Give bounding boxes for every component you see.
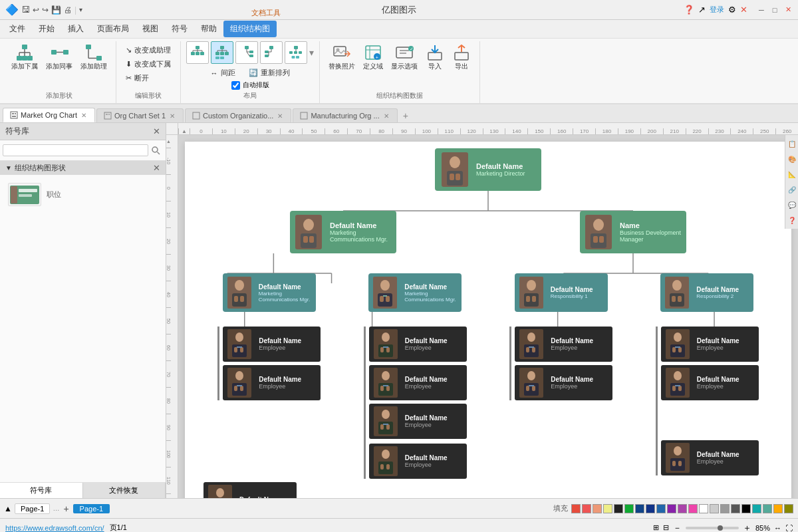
node-emp-1-2[interactable]: Default Name Employee (223, 365, 321, 400)
node-emp-partial[interactable]: Default Name (203, 482, 297, 498)
add-tab-btn[interactable]: + (399, 109, 412, 122)
node-l2-3[interactable]: Default Name Responsibility 1 (515, 273, 608, 312)
right-panel-btn-5[interactable]: 💬 (786, 199, 798, 211)
color-swatch-red[interactable] (571, 504, 581, 513)
sidebar-close-btn[interactable]: ✕ (153, 126, 160, 136)
zoom-slider[interactable] (686, 527, 739, 529)
fullscreen-btn[interactable]: ⛶ (785, 524, 793, 532)
color-swatch-black2[interactable] (741, 504, 751, 513)
sidebar-search-input[interactable] (3, 144, 148, 156)
settings-icon[interactable]: ⚙ (728, 5, 736, 15)
rearrange-btn[interactable]: 🔄 重新排列 (245, 66, 294, 79)
color-swatch-black1[interactable] (614, 504, 623, 513)
view-fit-btn[interactable]: ⊟ (663, 523, 669, 532)
menu-start[interactable]: 开始 (32, 21, 61, 37)
import-btn[interactable]: 导入 (422, 41, 448, 73)
layout-icon-3[interactable] (235, 41, 258, 64)
export-btn[interactable]: 导出 (449, 41, 474, 73)
spacing-btn[interactable]: ↔ 间距 (207, 66, 239, 79)
menu-file[interactable]: 文件 (3, 21, 32, 37)
add-assistant-btn[interactable]: 添加助理 (77, 41, 110, 73)
sidebar-section-close[interactable]: ✕ (153, 163, 160, 173)
win-min[interactable]: ─ (757, 5, 766, 15)
layout-icon-2[interactable] (211, 41, 233, 64)
tab-market-close[interactable]: ✕ (80, 112, 88, 119)
save-btn[interactable]: 💾 (51, 5, 61, 15)
login-btn[interactable]: 登录 (710, 5, 724, 15)
right-panel-btn-4[interactable]: 🔗 (786, 184, 798, 196)
tab-orgset1-close[interactable]: ✕ (168, 112, 176, 120)
color-swatch-yellow-red[interactable] (603, 504, 612, 513)
color-swatch-purple[interactable] (667, 504, 676, 513)
display-options-btn[interactable]: ✓ 显示选项 (388, 41, 421, 73)
color-swatch-green[interactable] (763, 504, 772, 513)
layout-icon-5[interactable] (285, 41, 307, 64)
layout-icon-4[interactable] (260, 41, 283, 64)
right-panel-btn-2[interactable]: 🎨 (786, 153, 798, 165)
sidebar-tab-symbols[interactable]: 符号库 (0, 483, 83, 498)
node-emp-2-2[interactable]: Default Name Employee (369, 365, 467, 400)
color-swatch-olive[interactable] (784, 504, 793, 513)
tab-orgset1[interactable]: Org Chart Set 1 ✕ (96, 108, 184, 122)
sidebar-tab-recovery[interactable]: 文件恢复 (83, 483, 166, 498)
layout-icon-1[interactable] (186, 41, 209, 64)
color-swatch-white[interactable] (699, 504, 708, 513)
add-subordinate-btn[interactable]: 添加下属 (8, 41, 41, 73)
disconnect-btn[interactable]: ✂ 断开 (122, 72, 175, 84)
close-x-icon[interactable]: ✕ (740, 5, 747, 15)
help-icon[interactable]: ❓ (684, 5, 694, 15)
color-swatch-orange[interactable] (593, 504, 602, 513)
define-field-btn[interactable]: + 定义域 (360, 41, 386, 73)
menu-insert[interactable]: 插入 (61, 21, 90, 37)
color-swatch-blue[interactable] (656, 504, 666, 513)
menu-layout[interactable]: 页面布局 (90, 21, 136, 37)
node-emp-2-3[interactable]: Default Name Employee (369, 404, 467, 439)
sidebar-section-orgchart[interactable]: ▼ 组织结构图形状 ✕ (0, 161, 166, 175)
win-max[interactable]: □ (770, 5, 779, 15)
current-page-tab[interactable]: Page-1 (73, 504, 110, 513)
canvas-area[interactable]: ▲ 0 10 20 30 40 50 60 70 80 90 100 110 1… (166, 123, 798, 498)
canvas[interactable]: Default Name Marketing Director (185, 142, 791, 498)
quick-access-more[interactable]: ▾ (79, 6, 82, 13)
win-close[interactable]: ✕ (783, 5, 793, 15)
color-swatch-violet[interactable] (678, 504, 687, 513)
change-to-subordinate-btn[interactable]: ⬇ 改变成下属 (122, 58, 175, 70)
color-swatch-mgray[interactable] (720, 504, 730, 513)
tab-manufacturing-close[interactable]: ✕ (382, 112, 390, 120)
color-swatch-dgray[interactable] (731, 504, 740, 513)
statusbar-url[interactable]: https://www.edrawsoft.com/cn/ (5, 524, 104, 532)
node-l2-4[interactable]: Default Name Responsibility 2 (660, 273, 753, 312)
page-prev-btn[interactable]: ▲ (4, 504, 12, 513)
node-emp-4-3[interactable]: Default Name Employee (661, 440, 759, 475)
add-colleague-btn[interactable]: 添加同事 (43, 41, 76, 73)
tab-custom-org[interactable]: Custom Organizatio... ✕ (185, 108, 291, 122)
tab-manufacturing[interactable]: Manufacturing Org ... ✕ (293, 108, 397, 122)
redo-btn[interactable]: ↪ (42, 5, 49, 15)
right-panel-btn-3[interactable]: 📐 (786, 168, 798, 180)
node-emp-4-2[interactable]: Default Name Employee (661, 365, 759, 400)
color-swatch-pink[interactable] (688, 504, 698, 513)
replace-photo-btn[interactable]: 替换照片 (325, 41, 358, 73)
node-emp-3-2[interactable]: Default Name Employee (515, 365, 612, 400)
share-icon[interactable]: ↗ (698, 5, 706, 15)
node-bizdev-mgr[interactable]: Name Business DevelopmentManager (580, 211, 686, 253)
node-emp-3-1[interactable]: Default Name Employee (515, 327, 612, 362)
tab-market-org[interactable]: Market Org Chart ✕ (3, 108, 95, 122)
node-emp-4-1[interactable]: Default Name Employee (661, 327, 759, 362)
page-name-tab[interactable]: Page-1 (15, 503, 50, 514)
right-panel-btn-6[interactable]: ❓ (786, 214, 798, 226)
node-l2-1[interactable]: Default Name MarketingCommunications Mgr… (223, 273, 316, 312)
node-l2-2[interactable]: Default Name MarketingCommunications Mgr… (368, 273, 462, 312)
zoom-in-btn[interactable]: ＋ (743, 522, 751, 533)
tab-custom-close[interactable]: ✕ (276, 112, 284, 120)
color-swatch-dark1[interactable] (624, 504, 634, 513)
undo-btn[interactable]: ↩ (33, 5, 39, 15)
node-marketing-comms-mgr[interactable]: Default Name MarketingCommunications Mgr… (290, 211, 396, 253)
node-emp-1-1[interactable]: Default Name Employee (223, 327, 321, 362)
color-swatch-lgray[interactable] (710, 504, 719, 513)
color-swatch-dark2[interactable] (635, 504, 644, 513)
node-emp-2-4[interactable]: Default Name Employee (369, 444, 467, 479)
layout-more-btn[interactable]: ▾ (309, 47, 314, 58)
menu-help[interactable]: 帮助 (194, 21, 223, 37)
view-normal-btn[interactable]: ⊞ (653, 523, 659, 532)
